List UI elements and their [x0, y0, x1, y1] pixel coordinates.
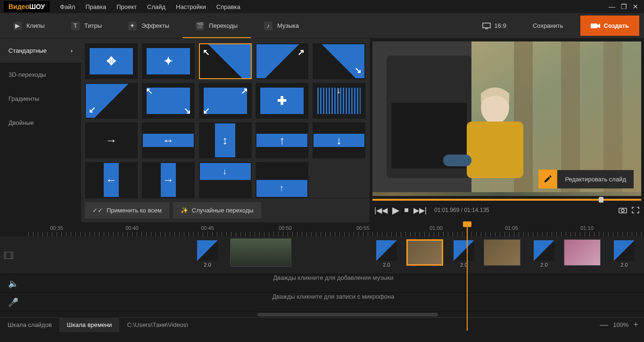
playhead[interactable]: [467, 222, 468, 331]
ruler-tick: 00:55: [349, 225, 377, 231]
monitor-icon: [482, 23, 491, 29]
transition-thumb[interactable]: ↓: [313, 122, 365, 158]
transition-thumb[interactable]: ✥: [85, 43, 138, 79]
time-display: 01:01.969 / 01:14.135: [434, 207, 489, 213]
maximize-icon[interactable]: ❐: [621, 3, 627, 10]
mic-icon: 🎤: [4, 297, 23, 308]
clapboard-icon: 🎬: [196, 22, 204, 30]
footer-tab-time[interactable]: Шкала времени: [59, 318, 120, 332]
grid-controls: ✓✓ Применить ко всем ✨ Случайные переход…: [81, 198, 370, 222]
footer-tab-slides[interactable]: Шкала слайдов: [0, 318, 59, 332]
cat-3d[interactable]: 3D-переходы: [0, 63, 81, 87]
transition-thumb[interactable]: ←: [85, 162, 138, 198]
transition-thumb[interactable]: ↓: [199, 162, 252, 198]
arrow-icon: ↓: [336, 134, 342, 147]
toolbar: ▶ Клипы T Титры ✦ Эффекты 🎬 Переходы ♪ М…: [0, 13, 644, 39]
zoom-in-button[interactable]: +: [633, 320, 638, 330]
prev-button[interactable]: |◀◀: [374, 206, 388, 215]
zoom-out-button[interactable]: —: [600, 320, 608, 330]
transition-thumb[interactable]: →: [142, 162, 195, 198]
next-button[interactable]: ▶▶|: [413, 206, 427, 215]
preview-progress[interactable]: [372, 199, 641, 201]
create-button[interactable]: Создать: [580, 16, 639, 36]
menu-help[interactable]: Справка: [212, 1, 245, 12]
transition-thumb[interactable]: ↕: [199, 122, 252, 158]
chevron-right-icon: ›: [71, 47, 73, 54]
timeline-ruler[interactable]: 00:35 00:40 00:45 00:50 00:55 01:00 01:0…: [0, 222, 644, 236]
cat-standard[interactable]: Стандартные ›: [0, 39, 81, 63]
tab-label: Титры: [84, 22, 102, 29]
tab-label: Музыка: [277, 22, 299, 29]
transition-thumb[interactable]: ↔: [142, 122, 195, 158]
menu-edit[interactable]: Правка: [81, 1, 111, 12]
status-bar: Шкала слайдов Шкала времени C:\Users\Тан…: [0, 318, 644, 332]
tab-music[interactable]: ♪ Музыка: [251, 13, 312, 38]
save-button[interactable]: Сохранить: [523, 17, 573, 34]
transition-thumb[interactable]: ✦: [142, 43, 195, 79]
transition-thumb[interactable]: ↓: [313, 83, 365, 119]
tab-titles[interactable]: T Титры: [58, 13, 115, 38]
tab-clips[interactable]: ▶ Клипы: [0, 13, 58, 38]
stop-button[interactable]: ■: [404, 206, 409, 214]
transition-thumb[interactable]: ↙: [85, 83, 138, 119]
arrow-icon: →: [106, 134, 117, 147]
video-clip[interactable]: [484, 239, 520, 266]
transition-thumb[interactable]: →: [85, 122, 138, 158]
transition-thumb[interactable]: ↗: [256, 43, 308, 79]
video-clip[interactable]: [230, 238, 291, 267]
random-transitions-button[interactable]: ✨ Случайные переходы: [173, 202, 261, 219]
aspect-ratio[interactable]: 16:9: [473, 22, 516, 29]
menu-settings[interactable]: Настройки: [171, 1, 211, 12]
close-icon[interactable]: ✕: [633, 3, 638, 10]
tab-label: Эффекты: [141, 22, 169, 29]
fullscreen-button[interactable]: [632, 207, 639, 213]
timeline-scrollbar[interactable]: [0, 312, 644, 318]
snapshot-button[interactable]: [619, 207, 627, 213]
menu-file[interactable]: Файл: [55, 1, 80, 12]
aspect-label: 16:9: [495, 22, 506, 29]
preview-viewport[interactable]: Редактировать слайд: [372, 41, 641, 196]
transition-clip[interactable]: 2.0: [376, 240, 397, 264]
cat-gradients[interactable]: Градиенты: [0, 87, 81, 111]
transition-thumb-selected[interactable]: ↖: [199, 43, 252, 79]
transition-clip[interactable]: 2.0: [614, 240, 635, 264]
progress-handle[interactable]: [599, 197, 603, 203]
transitions-grid: ✥ ✦ ↖ ↗ ↘ ↙ ↖↘ ↗↙ ✚ ↓ → ↔ ↕ ↑ ↓ ← → ↓ ↑: [81, 39, 370, 198]
cat-label: Стандартные: [8, 47, 47, 54]
arrow-icon: ↙: [203, 106, 210, 116]
mic-track[interactable]: 🎤 Дважды кликните для записи с микрофона: [0, 293, 644, 312]
transition-clip[interactable]: 2.0: [534, 240, 554, 264]
video-clip[interactable]: [564, 239, 601, 266]
menu-slide[interactable]: Слайд: [142, 1, 170, 12]
apply-all-button[interactable]: ✓✓ Применить ко всем: [85, 202, 169, 219]
tab-effects[interactable]: ✦ Эффекты: [115, 13, 182, 38]
cat-double[interactable]: Двойные: [0, 111, 81, 135]
transition-thumb[interactable]: ✚: [256, 83, 308, 119]
arrow-icon: ↓: [337, 86, 341, 96]
wand-icon: ✨: [181, 207, 188, 214]
transition-thumb[interactable]: ↑: [256, 122, 308, 158]
expand-icon: ✥: [107, 55, 116, 68]
video-clip-selected[interactable]: [406, 239, 443, 266]
playback-controls: |◀◀ ▶ ■ ▶▶| 01:01.969 / 01:14.135: [372, 201, 641, 220]
main-menu: Файл Правка Проект Слайд Настройки Справ…: [55, 1, 245, 12]
video-track[interactable]: 2.0 2.0 2.0 2.0 2.0: [0, 236, 644, 274]
play-button[interactable]: ▶: [392, 204, 399, 216]
ruler-tick: 00:50: [271, 225, 299, 231]
svg-rect-12: [443, 155, 471, 166]
transition-thumb[interactable]: ↖↘: [142, 83, 195, 119]
tab-transitions[interactable]: 🎬 Переходы: [182, 13, 251, 38]
transition-thumb[interactable]: ↑: [256, 162, 308, 198]
transition-thumb[interactable]: ↘: [313, 43, 365, 79]
transition-clip[interactable]: 2.0: [454, 240, 474, 264]
transition-thumb[interactable]: ↗↙: [199, 83, 252, 119]
arrow-icon: →: [163, 173, 174, 187]
edit-slide-button[interactable]: Редактировать слайд: [538, 170, 634, 188]
menu-project[interactable]: Проект: [112, 1, 141, 12]
music-track[interactable]: 🔈 Дважды кликните для добавления музыки: [0, 274, 644, 293]
pencil-icon: [538, 170, 557, 188]
minimize-icon[interactable]: —: [609, 3, 615, 10]
collapse-icon: ✦: [164, 55, 173, 68]
scrollbar-thumb[interactable]: [257, 313, 438, 317]
transition-clip[interactable]: 2.0: [197, 240, 218, 264]
